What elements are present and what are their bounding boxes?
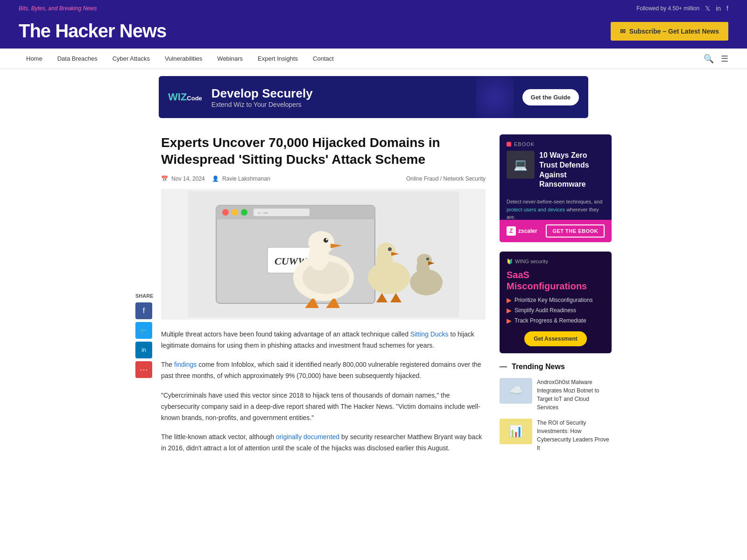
wing-icon: 🔰 <box>507 259 513 265</box>
article-meta-left: 📅 Nov 14, 2024 👤 Ravie Lakshmanan <box>161 175 270 182</box>
ebook-title: 10 Ways Zero Trust Defends Against Ranso… <box>539 151 605 189</box>
article-paragraph-3: "Cybercriminals have used this vector si… <box>161 390 486 423</box>
linkedin-icon[interactable]: in <box>716 5 721 12</box>
calendar-icon: 📅 <box>161 175 168 182</box>
svg-point-4 <box>222 209 229 216</box>
ebook-badge: EBOOK <box>507 141 605 147</box>
trending-section: Trending News ☁️ AndroxGh0st Malware Int… <box>500 363 612 452</box>
sidebar: EBOOK 💻 10 Ways Zero Trust Defends Again… <box>500 134 612 462</box>
trending-item-2[interactable]: 📊 The ROI of Security Investments: How C… <box>500 419 612 452</box>
share-twitter-button[interactable]: 🐦 <box>135 322 152 339</box>
search-icon[interactable]: 🔍 <box>704 54 714 64</box>
header-top-bar: Bits, Bytes, and Breaking News Followed … <box>0 0 747 17</box>
nav-contact[interactable]: Contact <box>305 49 341 69</box>
saas-feature-2: ▶ Simplify Audit Readiness <box>507 307 605 314</box>
share-more-button[interactable]: ⋯ <box>135 361 152 378</box>
sitting-ducks-link[interactable]: Sitting Ducks <box>410 330 449 338</box>
saas-widget: 🔰 WING security SaaS Misconfigurations ▶… <box>500 252 612 353</box>
share-label: SHARE <box>135 293 154 299</box>
duck-illustration: ← — CUWWHA <box>188 191 459 317</box>
ad-headline: Develop Securely <box>211 86 513 101</box>
trending-thumb-2: 📊 <box>500 419 532 444</box>
nav-webinars[interactable]: Webinars <box>210 49 250 69</box>
nav-data-breaches[interactable]: Data Breaches <box>50 49 105 69</box>
author-icon: 👤 <box>212 175 219 182</box>
ebook-thumbnail: 💻 <box>507 151 535 179</box>
trending-text-2: The ROI of Security Investments: How Cyb… <box>537 419 612 452</box>
article-area: SHARE f 🐦 in ⋯ Experts Uncover 70,000 Hi… <box>135 134 486 462</box>
zscaler-logo: Z zscaler <box>507 226 537 236</box>
trending-thumb-1: ☁️ <box>500 378 532 404</box>
svg-point-15 <box>324 238 328 243</box>
svg-point-5 <box>232 209 238 216</box>
originally-documented-link[interactable]: originally documented <box>276 433 339 441</box>
share-facebook-button[interactable]: f <box>135 302 152 319</box>
saas-features-list: ▶ Prioritize Key Misconfigurations ▶ Sim… <box>507 296 605 324</box>
ad-decorative-element <box>476 76 514 118</box>
protect-link[interactable]: protect users and devices <box>507 207 565 212</box>
article-date: 📅 Nov 14, 2024 <box>161 175 205 182</box>
svg-point-20 <box>388 247 392 251</box>
ebook-label: EBOOK <box>514 141 535 147</box>
navigation-bar: Home Data Breaches Cyber Attacks Vulnera… <box>0 49 747 69</box>
cloud-icon: ☁️ <box>509 384 523 397</box>
header-social-area: Followed by 4.50+ million 𝕏 in f <box>636 5 728 12</box>
header-main: The Hacker News ✉ Subscribe – Get Latest… <box>0 17 747 49</box>
arrow-icon-3: ▶ <box>507 317 512 324</box>
findings-link[interactable]: findings <box>174 361 197 368</box>
main-container: SHARE f 🐦 in ⋯ Experts Uncover 70,000 Hi… <box>117 125 630 472</box>
nav-cyber-attacks[interactable]: Cyber Attacks <box>105 49 157 69</box>
ad-subtext: Extend Wiz to Your Developers <box>211 101 513 108</box>
svg-point-19 <box>377 243 395 259</box>
saas-feature-3: ▶ Track Progress & Remediate <box>507 317 605 324</box>
nav-icon-group: 🔍 ☰ <box>704 54 728 64</box>
wing-logo: 🔰 WING security <box>507 259 605 265</box>
article-author: 👤 Ravie Lakshmanan <box>212 175 270 182</box>
trending-title: Trending News <box>500 363 612 371</box>
saas-title: SaaS Misconfigurations <box>507 269 605 292</box>
subscribe-button[interactable]: ✉ Subscribe – Get Latest News <box>611 22 728 41</box>
envelope-icon: ✉ <box>620 28 626 35</box>
facebook-icon[interactable]: f <box>726 5 728 12</box>
share-sidebar: SHARE f 🐦 in ⋯ <box>135 293 154 381</box>
ebook-cta-button[interactable]: GET THE EBOOK <box>546 224 605 238</box>
article-paragraph-1: Multiple threat actors have been found t… <box>161 329 486 351</box>
twitter-icon[interactable]: 𝕏 <box>705 5 710 12</box>
svg-point-14 <box>308 231 334 254</box>
zscaler-z-icon: Z <box>507 226 516 236</box>
ebook-widget: EBOOK 💻 10 Ways Zero Trust Defends Again… <box>500 134 612 242</box>
chart-icon: 📊 <box>509 425 523 438</box>
ebook-description: Detect never-before-seen techniques, and… <box>507 198 605 221</box>
saas-feature-1: ▶ Prioritize Key Misconfigurations <box>507 296 605 304</box>
ebook-footer: Z zscaler GET THE EBOOK <box>500 220 612 242</box>
arrow-icon-1: ▶ <box>507 296 512 304</box>
article-category[interactable]: Online Fraud / Network Security <box>406 175 486 182</box>
header-tagline: Bits, Bytes, and Breaking News <box>19 5 97 12</box>
article-title: Experts Uncover 70,000 Hijacked Domains … <box>161 134 486 168</box>
trending-item-1[interactable]: ☁️ AndroxGh0st Malware Integrates Mozi B… <box>500 378 612 412</box>
site-title: The Hacker News <box>19 21 166 42</box>
nav-vulnerabilities[interactable]: Vulnerabilities <box>157 49 210 69</box>
followers-text: Followed by 4.50+ million <box>636 5 699 12</box>
article-paragraph-2: The findings come from Infoblox, which s… <box>161 359 486 382</box>
svg-point-23 <box>417 254 432 267</box>
article-image: ← — CUWWHA <box>161 189 486 320</box>
ad-wiz-label: WIZCode <box>168 91 202 103</box>
nav-home[interactable]: Home <box>19 49 50 69</box>
menu-icon[interactable]: ☰ <box>721 54 728 64</box>
trending-text-1: AndroxGh0st Malware Integrates Mozi Botn… <box>537 378 612 412</box>
article-meta: 📅 Nov 14, 2024 👤 Ravie Lakshmanan Online… <box>161 175 486 182</box>
ad-banner[interactable]: WIZCode Develop Securely Extend Wiz to Y… <box>159 76 588 118</box>
svg-point-24 <box>426 258 429 260</box>
nav-expert-insights[interactable]: Expert Insights <box>250 49 305 69</box>
svg-point-16 <box>326 238 328 240</box>
ebook-dot <box>507 142 511 147</box>
ad-text-block: Develop Securely Extend Wiz to Your Deve… <box>211 86 513 108</box>
svg-text:← —: ← — <box>257 210 268 215</box>
svg-point-6 <box>241 209 247 216</box>
ad-cta-button[interactable]: Get the Guide <box>522 89 579 105</box>
saas-cta-button[interactable]: Get Assessment <box>524 331 587 346</box>
arrow-icon-2: ▶ <box>507 307 512 314</box>
article-wrapper: SHARE f 🐦 in ⋯ Experts Uncover 70,000 Hi… <box>135 134 486 454</box>
share-linkedin-button[interactable]: in <box>135 342 152 358</box>
